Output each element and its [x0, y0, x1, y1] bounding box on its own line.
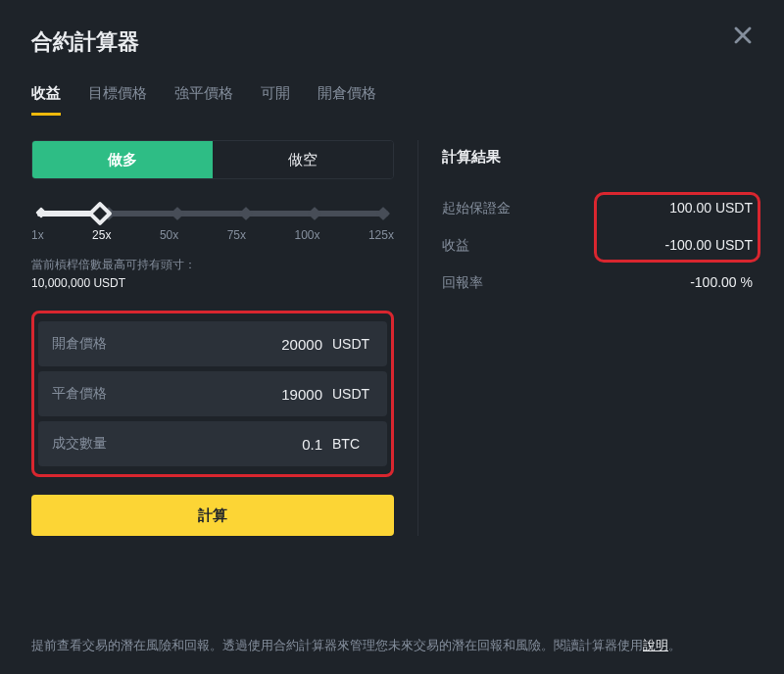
leverage-mark-label: 125x: [368, 228, 394, 242]
tab-open-price[interactable]: 開倉價格: [318, 84, 376, 116]
price-inputs-highlight: 開倉價格 USDT 平倉價格 USDT 成交數量 BTC: [31, 311, 394, 477]
leverage-note-prefix: 當前槓桿倍數最高可持有頭寸：: [31, 258, 196, 271]
result-row-roe: 回報率 -100.00 %: [442, 265, 753, 302]
quantity-unit: BTC: [332, 436, 373, 452]
quantity-label: 成交數量: [52, 435, 107, 453]
futures-calculator-modal: 合約計算器 收益 目標價格 強平價格 可開 開倉價格 做多 做空: [0, 0, 784, 674]
leverage-mark-label: 75x: [227, 228, 246, 242]
quantity-row: 成交數量 BTC: [38, 421, 387, 466]
leverage-slider[interactable]: 1x 25x 50x 75x 100x 125x: [31, 211, 394, 242]
leverage-mark-label: 100x: [294, 228, 319, 242]
entry-price-unit: USDT: [332, 336, 373, 352]
tab-bar: 收益 目標價格 強平價格 可開 開倉價格: [31, 84, 753, 117]
slider-labels: 1x 25x 50x 75x 100x 125x: [31, 228, 394, 242]
close-icon: [729, 22, 757, 49]
entry-price-row: 開倉價格 USDT: [38, 321, 387, 366]
tab-target-price[interactable]: 目標價格: [88, 84, 147, 116]
result-title: 計算結果: [442, 148, 753, 167]
leverage-mark-label: 50x: [160, 228, 178, 242]
leverage-note-value: 10,000,000 USDT: [31, 276, 125, 290]
slider-track: [37, 211, 388, 217]
footer-text-suffix: 。: [668, 638, 681, 652]
leverage-mark-label: 25x: [92, 228, 111, 242]
long-button[interactable]: 做多: [32, 141, 213, 178]
modal-body: 做多 做空 1x: [31, 140, 753, 536]
result-rows: 起始保證金 100.00 USDT 收益 -100.00 USDT 回報率 -1…: [442, 190, 753, 302]
slider-mark: [376, 207, 390, 220]
exit-price-label: 平倉價格: [52, 385, 107, 403]
side-toggle: 做多 做空: [31, 140, 394, 179]
result-value: 100.00 USDT: [669, 200, 753, 217]
result-label: 回報率: [442, 274, 483, 292]
entry-price-input[interactable]: [107, 336, 332, 353]
footer-text: 提前查看交易的潛在風險和回報。透過使用合約計算器來管理您未來交易的潛在回報和風險…: [31, 638, 643, 652]
quantity-input[interactable]: [107, 436, 332, 453]
result-value: -100.00 %: [690, 274, 753, 292]
result-label: 收益: [442, 237, 469, 255]
slider-handle[interactable]: [88, 201, 113, 225]
result-value: -100.00 USDT: [665, 237, 753, 255]
tab-pnl[interactable]: 收益: [31, 84, 61, 116]
result-label: 起始保證金: [442, 200, 511, 217]
modal-title: 合約計算器: [31, 27, 753, 57]
leverage-note: 當前槓桿倍數最高可持有頭寸： 10,000,000 USDT: [31, 256, 394, 293]
exit-price-input[interactable]: [107, 386, 332, 403]
entry-price-label: 開倉價格: [52, 335, 107, 353]
slider-mark: [308, 207, 321, 220]
exit-price-row: 平倉價格 USDT: [38, 371, 387, 416]
result-row-margin: 起始保證金 100.00 USDT: [442, 190, 753, 227]
leverage-mark-label: 1x: [31, 228, 44, 242]
input-panel: 做多 做空 1x: [31, 140, 394, 536]
exit-price-unit: USDT: [332, 386, 373, 402]
result-panel: 計算結果 起始保證金 100.00 USDT 收益 -100.00 USDT 回…: [417, 140, 753, 536]
slider-mark: [239, 207, 253, 220]
slider-mark: [171, 207, 184, 220]
footer-link[interactable]: 說明: [643, 638, 668, 652]
tab-liq-price[interactable]: 強平價格: [174, 84, 233, 116]
close-button[interactable]: [729, 22, 757, 49]
slider-mark: [35, 207, 46, 217]
footer-note: 提前查看交易的潛在風險和回報。透過使用合約計算器來管理您未來交易的潛在回報和風險…: [31, 636, 753, 656]
calculate-button[interactable]: 計算: [31, 495, 394, 536]
tab-max-open[interactable]: 可開: [261, 84, 290, 116]
short-button[interactable]: 做空: [213, 141, 393, 178]
result-row-pnl: 收益 -100.00 USDT: [442, 227, 753, 265]
